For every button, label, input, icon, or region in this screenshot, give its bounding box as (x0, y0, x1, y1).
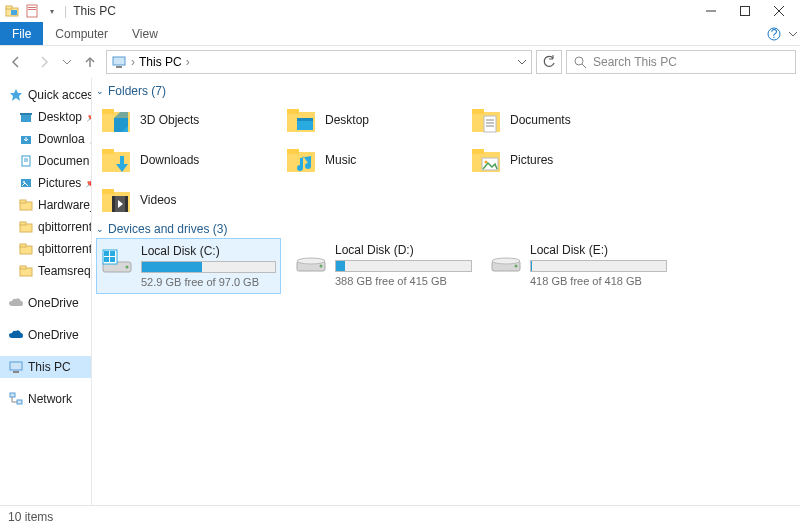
svg-rect-35 (13, 371, 19, 373)
folder-item[interactable]: Videos (96, 180, 281, 220)
sidebar-onedrive[interactable]: OneDrive (0, 324, 91, 346)
svg-line-16 (582, 64, 586, 68)
svg-rect-33 (20, 266, 26, 269)
svg-marker-17 (10, 89, 22, 101)
svg-point-81 (492, 258, 520, 264)
pin-icon: 📌 (85, 178, 92, 188)
tab-file[interactable]: File (0, 22, 43, 45)
sidebar-item-label: Downloa (38, 132, 85, 146)
chevron-right-icon[interactable]: › (131, 55, 135, 69)
search-icon (573, 55, 587, 69)
sidebar-item-label: This PC (28, 360, 71, 374)
maximize-button[interactable] (728, 0, 762, 22)
sidebar-item-label: OneDrive (28, 296, 79, 310)
svg-point-15 (575, 57, 583, 65)
sidebar-network[interactable]: Network (0, 388, 91, 410)
folder-icon (470, 144, 502, 176)
back-button[interactable] (4, 50, 28, 74)
folder-item[interactable]: Music (281, 140, 466, 180)
qat-dropdown-icon[interactable]: ▾ (44, 3, 60, 19)
drive-icon (101, 244, 133, 276)
cloud-icon (8, 327, 24, 343)
tab-view[interactable]: View (120, 22, 170, 45)
folder-icon (18, 263, 34, 279)
status-text: 10 items (8, 510, 53, 524)
sidebar-onedrive[interactable]: OneDrive (0, 292, 91, 314)
group-header-folders[interactable]: ⌄ Folders (7) (96, 82, 800, 100)
sidebar-this-pc[interactable]: This PC (0, 356, 91, 378)
svg-point-80 (515, 265, 518, 268)
sidebar-item[interactable]: qbittorrent_t (0, 238, 91, 260)
group-label: Folders (7) (108, 84, 166, 98)
svg-rect-67 (125, 196, 128, 212)
tab-computer[interactable]: Computer (43, 22, 120, 45)
svg-point-70 (126, 266, 129, 269)
forward-button[interactable] (32, 50, 56, 74)
star-icon (8, 87, 24, 103)
svg-rect-2 (11, 10, 17, 15)
folder-item[interactable]: Downloads (96, 140, 281, 180)
group-label: Devices and drives (3) (108, 222, 227, 236)
search-input[interactable]: Search This PC (566, 50, 796, 74)
folder-label: Documents (510, 113, 571, 127)
up-button[interactable] (78, 50, 102, 74)
svg-rect-29 (20, 222, 26, 225)
sidebar-item[interactable]: Teamsreque (0, 260, 91, 282)
system-folder-icon (18, 109, 34, 125)
minimize-button[interactable] (694, 0, 728, 22)
drive-item[interactable]: Local Disk (E:)418 GB free of 418 GB (486, 238, 671, 294)
app-icon (4, 3, 20, 19)
folder-item[interactable]: 3D Objects (96, 100, 281, 140)
ribbon-help-icon[interactable]: ? (762, 22, 786, 45)
recent-locations-button[interactable] (60, 50, 74, 74)
svg-rect-45 (287, 109, 299, 114)
folder-item[interactable]: Pictures (466, 140, 651, 180)
sidebar-item-label: Network (28, 392, 72, 406)
breadcrumb-dropdown-icon[interactable] (517, 57, 527, 67)
drive-item[interactable]: Local Disk (D:)388 GB free of 415 GB (291, 238, 476, 294)
folder-label: Videos (140, 193, 176, 207)
svg-rect-50 (484, 116, 496, 132)
sidebar-item[interactable]: qbittorrent_t (0, 216, 91, 238)
group-header-drives[interactable]: ⌄ Devices and drives (3) (96, 220, 800, 238)
drive-name: Local Disk (E:) (530, 243, 667, 257)
sidebar-item[interactable]: Hardware_fi (0, 194, 91, 216)
network-icon (8, 391, 24, 407)
chevron-right-icon[interactable]: › (186, 55, 190, 69)
folder-label: Desktop (325, 113, 369, 127)
properties-icon[interactable] (24, 3, 40, 19)
breadcrumb[interactable]: › This PC › (106, 50, 532, 74)
sidebar-item[interactable]: Desktop📌 (0, 106, 91, 128)
ribbon-expand-icon[interactable] (786, 22, 800, 45)
svg-rect-37 (17, 400, 22, 404)
storage-bar (141, 261, 276, 273)
folder-icon (285, 104, 317, 136)
folder-item[interactable]: Desktop (281, 100, 466, 140)
folder-icon (100, 104, 132, 136)
svg-rect-14 (116, 66, 122, 68)
close-button[interactable] (762, 0, 796, 22)
drive-icon (490, 243, 522, 275)
drive-item[interactable]: Local Disk (C:)52.9 GB free of 97.0 GB (96, 238, 281, 294)
svg-rect-58 (287, 149, 299, 154)
svg-rect-18 (21, 114, 31, 122)
sidebar-item[interactable]: Pictures📌 (0, 172, 91, 194)
refresh-button[interactable] (536, 50, 562, 74)
breadcrumb-location[interactable]: This PC (139, 55, 182, 69)
sidebar-item-label: Hardware_fi (38, 198, 92, 212)
sidebar-item-label: qbittorrent_t (38, 242, 92, 256)
svg-rect-75 (110, 257, 115, 262)
sidebar-quick-access[interactable]: Quick access (0, 84, 91, 106)
svg-rect-3 (27, 5, 37, 17)
sidebar-item[interactable]: Downloa📌 (0, 128, 91, 150)
svg-rect-47 (297, 118, 313, 121)
folder-item[interactable]: Documents (466, 100, 651, 140)
folder-icon (18, 241, 34, 257)
svg-rect-74 (104, 257, 109, 262)
drive-free-text: 52.9 GB free of 97.0 GB (141, 276, 276, 288)
folder-label: Downloads (140, 153, 199, 167)
quick-access-toolbar: ▾ | (4, 3, 67, 19)
svg-rect-60 (472, 149, 484, 154)
svg-rect-34 (10, 362, 22, 370)
sidebar-item[interactable]: Documen📌 (0, 150, 91, 172)
